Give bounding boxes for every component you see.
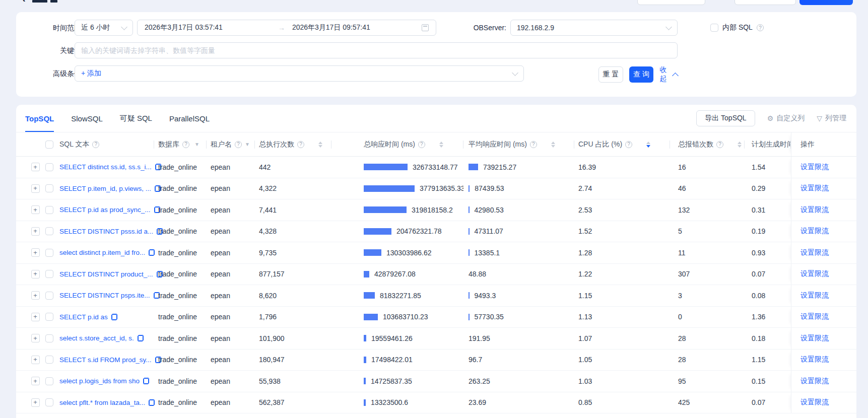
advanced-condition-select[interactable]: + 添加 bbox=[75, 65, 524, 82]
export-topsql-button[interactable]: 导出 TopSQL bbox=[696, 110, 755, 126]
cpu-percent-cell: 1.22 bbox=[574, 264, 670, 285]
row-checkbox[interactable] bbox=[45, 163, 53, 171]
sort-icon-avg[interactable] bbox=[551, 142, 555, 148]
total-response-value: 130303986.62 bbox=[386, 249, 432, 257]
date-range-picker[interactable]: 2026年3月17日 03:57:41 → 2026年3月17日 09:57:4… bbox=[137, 20, 436, 36]
observer-select[interactable]: 192.168.2.9 bbox=[510, 20, 678, 36]
expand-row-button[interactable]: + bbox=[31, 356, 40, 364]
sort-icon-exec[interactable] bbox=[318, 142, 322, 148]
keyword-input[interactable] bbox=[75, 43, 677, 58]
date-end-value: 2026年3月17日 09:57:41 bbox=[292, 23, 370, 32]
row-checkbox[interactable] bbox=[45, 249, 53, 257]
sql-text-link[interactable]: select p.logis_ids from sho bbox=[59, 377, 140, 385]
set-throttle-link[interactable]: 设置限流 bbox=[800, 269, 829, 278]
sql-text-link[interactable]: SELECT p.item_id, p.views, ... bbox=[59, 185, 151, 192]
expand-row-button[interactable]: + bbox=[31, 291, 40, 300]
top-primary-button[interactable] bbox=[799, 0, 853, 5]
plan-time-cell: 0.15 bbox=[745, 371, 791, 392]
set-throttle-link[interactable]: 设置限流 bbox=[800, 291, 829, 300]
set-throttle-link[interactable]: 设置限流 bbox=[800, 227, 829, 236]
tab-parallelsql[interactable]: ParallelSQL bbox=[169, 105, 210, 132]
table-row: +select p.logis_ids from shotrade_online… bbox=[16, 371, 856, 392]
set-throttle-link[interactable]: 设置限流 bbox=[800, 163, 829, 172]
column-manage-button[interactable]: ▽ 列管理 bbox=[817, 114, 846, 123]
sql-text-link[interactable]: select pflt.* from lazada_ta... bbox=[59, 399, 145, 406]
error-count-cell: 132 bbox=[670, 199, 745, 221]
page-title-clipped bbox=[32, 0, 47, 3]
row-checkbox[interactable] bbox=[45, 313, 53, 321]
expand-row-button[interactable]: + bbox=[31, 248, 40, 257]
sql-text-link[interactable]: SELECT p.id as bbox=[59, 313, 108, 321]
tab-topsql[interactable]: TopSQL bbox=[25, 105, 54, 132]
row-checkbox[interactable] bbox=[45, 398, 53, 406]
set-throttle-link[interactable]: 设置限流 bbox=[800, 312, 829, 321]
set-throttle-link[interactable]: 设置限流 bbox=[800, 248, 829, 257]
expand-row-button[interactable]: + bbox=[31, 398, 40, 407]
total-response-bar bbox=[364, 164, 408, 170]
expand-row-button[interactable]: + bbox=[31, 377, 40, 385]
reset-button[interactable]: 重 置 bbox=[598, 66, 623, 83]
avg-response-cell: 739215.27 bbox=[463, 157, 574, 178]
search-button[interactable]: 查 询 bbox=[629, 66, 653, 83]
copy-icon[interactable] bbox=[138, 335, 144, 341]
expand-row-button[interactable]: + bbox=[31, 313, 40, 321]
copy-icon[interactable] bbox=[143, 378, 149, 384]
expand-row-button[interactable]: + bbox=[31, 205, 40, 214]
sort-icon-cpu[interactable] bbox=[646, 142, 650, 148]
set-throttle-link[interactable]: 设置限流 bbox=[800, 377, 829, 386]
expand-row-button[interactable]: + bbox=[31, 163, 40, 171]
tab-slowsql[interactable]: SlowSQL bbox=[71, 105, 103, 132]
top-action-button-2[interactable] bbox=[735, 0, 796, 5]
set-throttle-link[interactable]: 设置限流 bbox=[800, 334, 829, 343]
row-checkbox[interactable] bbox=[45, 270, 53, 278]
select-all-checkbox[interactable] bbox=[45, 141, 53, 149]
sql-text-link[interactable]: SELECT s.id FROM prod_sy... bbox=[59, 356, 152, 364]
calendar-icon[interactable] bbox=[422, 24, 429, 31]
expand-row-button[interactable]: + bbox=[31, 270, 40, 278]
set-throttle-link[interactable]: 设置限流 bbox=[800, 184, 829, 193]
sql-text-link[interactable]: select distinct p.item_id fro... bbox=[59, 249, 145, 256]
expand-row-button[interactable]: + bbox=[31, 334, 40, 342]
plan-time-cell: 0.07 bbox=[745, 392, 791, 413]
error-count-cell: 46 bbox=[670, 178, 745, 199]
action-cell: 设置限流 bbox=[791, 178, 856, 199]
tab-可疑-sql[interactable]: 可疑 SQL bbox=[120, 105, 152, 132]
set-throttle-link[interactable]: 设置限流 bbox=[800, 398, 829, 407]
row-checkbox[interactable] bbox=[45, 356, 53, 364]
info-icon: ? bbox=[716, 141, 723, 148]
plan-time-cell: 0.19 bbox=[745, 221, 791, 242]
filter-icon-tenant[interactable]: ▼ bbox=[245, 142, 250, 147]
collapse-link[interactable]: 收起 bbox=[659, 65, 678, 84]
row-checkbox[interactable] bbox=[45, 227, 53, 235]
expand-row-button[interactable]: + bbox=[31, 184, 40, 193]
sort-icon-err[interactable] bbox=[738, 142, 742, 148]
sql-text-link[interactable]: SELECT DISTINCT psps.ite... bbox=[59, 292, 150, 299]
filter-icon-db[interactable]: ▼ bbox=[194, 142, 199, 147]
tenant-cell: epean bbox=[207, 157, 255, 178]
back-icon[interactable]: ‹ bbox=[22, 0, 26, 5]
internal-sql-checkbox[interactable] bbox=[710, 24, 718, 32]
expand-row-button[interactable]: + bbox=[31, 227, 40, 236]
info-icon: ? bbox=[235, 141, 242, 148]
row-checkbox[interactable] bbox=[45, 184, 53, 192]
row-checkbox[interactable] bbox=[45, 377, 53, 385]
add-condition-button[interactable]: + 添加 bbox=[81, 69, 101, 78]
customize-columns-button[interactable]: ⚙ 自定义列 bbox=[767, 114, 805, 123]
copy-icon[interactable] bbox=[111, 314, 117, 320]
sql-text-link[interactable]: SELECT DISTINCT psss.id a... bbox=[59, 228, 153, 235]
sql-text-link[interactable]: SELECT DISTINCT product_... bbox=[59, 270, 153, 278]
sql-text-link[interactable]: SELECT distinct ss.id, ss.s_i... bbox=[59, 163, 152, 171]
set-throttle-link[interactable]: 设置限流 bbox=[800, 205, 829, 215]
row-checkbox[interactable] bbox=[45, 292, 53, 300]
row-checkbox[interactable] bbox=[45, 206, 53, 214]
cpu-percent-cell: 2.53 bbox=[574, 199, 670, 221]
row-checkbox[interactable] bbox=[45, 334, 53, 342]
set-throttle-link[interactable]: 设置限流 bbox=[800, 355, 829, 364]
avg-response-cell: 13385.1 bbox=[463, 242, 574, 263]
sql-text-link[interactable]: select s.store_acct_id, s. bbox=[59, 334, 134, 342]
time-range-select[interactable]: 近 6 小时 bbox=[75, 20, 133, 36]
sql-text-link[interactable]: SELECT p.id as prod_sync_... bbox=[59, 206, 151, 214]
sort-icon-resp[interactable] bbox=[439, 142, 443, 148]
top-action-button-1[interactable] bbox=[637, 0, 705, 5]
total-response-cell: 130303986.62 bbox=[331, 242, 463, 263]
